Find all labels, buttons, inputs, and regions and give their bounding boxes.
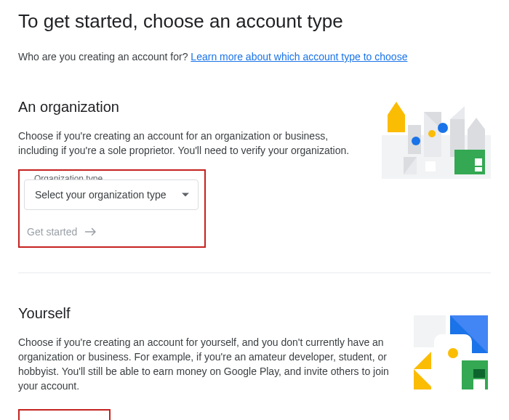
organization-highlight-box: Organization type Select your organizati… xyxy=(18,169,206,248)
svg-point-6 xyxy=(428,130,436,137)
section-yourself: Yourself Choose if you're creating an ac… xyxy=(18,305,491,420)
section-divider xyxy=(18,272,491,273)
yourself-highlight-box: Get started xyxy=(18,409,111,420)
svg-rect-12 xyxy=(475,158,482,166)
organization-type-select[interactable]: Select your organization type xyxy=(24,179,199,210)
svg-point-4 xyxy=(412,137,420,145)
yourself-illustration xyxy=(411,312,491,395)
organization-heading: An organization xyxy=(18,99,360,116)
organization-left: An organization Choose if you're creatin… xyxy=(18,99,360,248)
arrow-right-icon xyxy=(84,227,97,237)
page-title: To get started, choose an account type xyxy=(18,10,491,33)
subtitle-prefix: Who are you creating an account for? xyxy=(18,51,191,62)
svg-rect-25 xyxy=(473,369,485,378)
dropdown-arrow-icon xyxy=(182,193,189,196)
organization-illustration xyxy=(382,99,491,182)
svg-marker-10 xyxy=(468,118,485,129)
svg-marker-2 xyxy=(388,102,405,115)
svg-rect-13 xyxy=(475,167,482,171)
organization-type-placeholder: Select your organization type xyxy=(35,189,167,201)
learn-more-link[interactable]: Learn more about which account type to c… xyxy=(191,51,407,62)
section-organization: An organization Choose if you're creatin… xyxy=(18,99,491,248)
yourself-get-started-button[interactable]: Get started xyxy=(25,413,102,420)
svg-point-7 xyxy=(438,123,448,133)
svg-rect-1 xyxy=(388,115,405,132)
yourself-left: Yourself Choose if you're creating an ac… xyxy=(18,305,389,420)
svg-rect-14 xyxy=(425,161,436,171)
subtitle-row: Who are you creating an account for? Lea… xyxy=(18,51,491,62)
organization-type-select-wrap: Organization type Select your organizati… xyxy=(24,179,199,210)
svg-point-23 xyxy=(448,348,458,358)
organization-get-started-label: Get started xyxy=(27,226,77,238)
yourself-heading: Yourself xyxy=(18,305,389,322)
svg-rect-26 xyxy=(473,379,485,389)
yourself-description: Choose if you're creating an account for… xyxy=(18,335,389,394)
organization-description: Choose if you're creating an account for… xyxy=(18,129,360,158)
organization-get-started-button: Get started xyxy=(24,220,100,243)
